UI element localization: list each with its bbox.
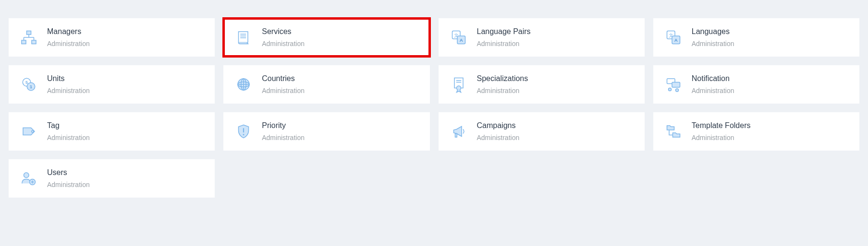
card-title: Specializations — [477, 74, 528, 84]
card-title: Template Folders — [692, 121, 751, 131]
coins-icon: 5 1 — [19, 75, 38, 94]
card-title: Languages — [692, 27, 734, 37]
card-subtitle: Administration — [47, 134, 90, 142]
svg-point-38 — [243, 134, 245, 135]
card-title: Campaigns — [477, 121, 520, 131]
chat-icon — [664, 75, 683, 94]
translate-icon: 文 A — [449, 28, 468, 47]
card-template-folders[interactable]: Template Folders Administration — [653, 112, 859, 151]
card-title: Tag — [47, 121, 90, 131]
card-priority[interactable]: Priority Administration — [223, 112, 429, 151]
card-units[interactable]: 5 1 Units Administration — [9, 65, 215, 104]
svg-rect-39 — [455, 134, 457, 138]
card-subtitle: Administration — [692, 87, 734, 95]
certificate-icon — [449, 75, 468, 94]
card-language-pairs[interactable]: 文 A Language Pairs Administration — [439, 18, 645, 57]
card-subtitle: Administration — [692, 134, 751, 142]
org-chart-icon — [19, 28, 38, 47]
folder-tree-icon — [664, 122, 683, 141]
svg-text:A: A — [459, 37, 463, 43]
card-subtitle: Administration — [47, 87, 90, 95]
card-subtitle: Administration — [262, 134, 305, 142]
shield-icon — [234, 122, 253, 141]
tag-icon — [19, 122, 38, 141]
card-users[interactable]: Users Administration — [9, 159, 215, 198]
card-subtitle: Administration — [477, 40, 531, 48]
card-tag[interactable]: Tag Administration — [9, 112, 215, 151]
translate-icon: 文 A — [664, 28, 683, 47]
card-subtitle: Administration — [262, 40, 305, 48]
card-title: Notification — [692, 74, 734, 84]
svg-point-34 — [668, 88, 671, 91]
megaphone-icon — [449, 122, 468, 141]
svg-rect-1 — [22, 40, 26, 44]
card-campaigns[interactable]: Campaigns Administration — [439, 112, 645, 151]
card-title: Services — [262, 27, 305, 37]
card-subtitle: Administration — [262, 87, 305, 95]
card-languages[interactable]: 文 A Languages Administration — [653, 18, 859, 57]
globe-icon — [234, 75, 253, 94]
card-subtitle: Administration — [47, 40, 90, 48]
card-specializations[interactable]: Specializations Administration — [439, 65, 645, 104]
document-icon — [234, 28, 253, 47]
card-notification[interactable]: Notification Administration — [653, 65, 859, 104]
card-title: Priority — [262, 121, 305, 131]
card-subtitle: Administration — [477, 134, 520, 142]
svg-rect-33 — [672, 82, 680, 88]
svg-text:1: 1 — [30, 84, 32, 89]
card-countries[interactable]: Countries Administration — [223, 65, 429, 104]
svg-rect-0 — [27, 31, 31, 35]
card-title: Users — [47, 168, 90, 178]
card-subtitle: Administration — [477, 87, 528, 95]
card-title: Managers — [47, 27, 90, 37]
card-managers[interactable]: Managers Administration — [9, 18, 215, 57]
card-subtitle: Administration — [692, 40, 734, 48]
card-subtitle: Administration — [47, 181, 90, 189]
svg-point-35 — [675, 89, 678, 92]
svg-point-40 — [24, 173, 29, 178]
svg-text:A: A — [674, 37, 677, 43]
admin-cards-grid: Managers Administration Services Adminis… — [9, 18, 859, 198]
svg-rect-2 — [32, 40, 36, 44]
users-icon — [19, 169, 38, 188]
card-title: Language Pairs — [477, 27, 531, 37]
card-title: Units — [47, 74, 90, 84]
svg-point-31 — [456, 86, 461, 90]
card-title: Countries — [262, 74, 305, 84]
svg-rect-7 — [239, 32, 248, 43]
svg-point-36 — [32, 130, 34, 132]
card-services[interactable]: Services Administration — [223, 18, 429, 57]
